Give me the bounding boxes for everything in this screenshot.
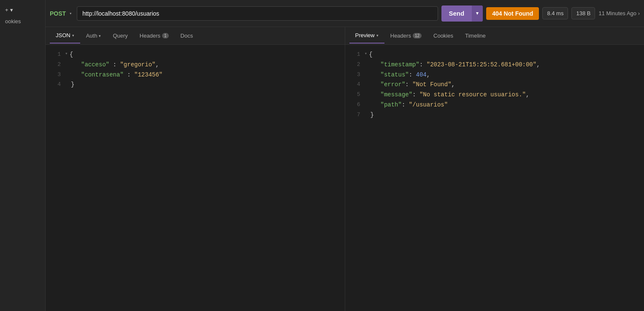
tab-badge: 1	[162, 33, 169, 38]
line-content: {	[70, 50, 341, 60]
json-bracket: }	[71, 81, 74, 88]
code-line: 5 "message": "No static resource usuario…	[349, 90, 641, 100]
response-time: 8.4 ms	[542, 7, 568, 19]
code-line: 6 "path": "/usuarios"	[349, 100, 641, 110]
line-number: 7	[349, 110, 360, 120]
tab-label-query: Query	[113, 33, 127, 39]
send-label: Send	[441, 5, 472, 22]
url-input[interactable]	[77, 6, 438, 21]
response-tabs: Preview▾Headers12CookiesTimeline	[345, 27, 644, 45]
indent	[371, 60, 381, 70]
json-key: "message"	[381, 91, 413, 98]
tab-badge: 12	[413, 33, 422, 38]
json-bracket: {	[70, 51, 73, 58]
line-number: 3	[49, 70, 61, 79]
json-string-value: "123456"	[134, 71, 162, 78]
line-content: "path": "/usuarios"	[371, 100, 641, 110]
send-button[interactable]: Send ▾	[441, 5, 483, 22]
line-number: 1	[349, 50, 360, 59]
response-size: 138 B	[571, 7, 595, 19]
tab-dropdown-arrow[interactable]: ▾	[376, 33, 379, 38]
tab-auth[interactable]: Auth▾	[80, 28, 107, 43]
indent	[71, 70, 81, 80]
code-line: 7}	[349, 110, 641, 120]
indent	[71, 60, 81, 70]
json-string-value: "No static resource usuarios."	[419, 91, 526, 98]
code-line: 2 "acceso" : "gregorio",	[49, 60, 341, 70]
request-tabs: JSON▾Auth▾QueryHeaders1Docs	[46, 27, 345, 45]
line-number: 5	[349, 90, 360, 99]
sidebar-cookies-label: ookies	[0, 16, 26, 27]
line-content: "acceso" : "gregorio",	[71, 60, 341, 70]
method-dropdown-arrow[interactable]: ▾	[69, 11, 72, 16]
json-colon: :	[412, 91, 419, 98]
json-key: "contrasena"	[81, 71, 124, 78]
indent	[371, 70, 381, 80]
tab-preview[interactable]: Preview▾	[349, 28, 384, 44]
collapse-arrow[interactable]: ▾	[365, 50, 368, 58]
json-key: "timestamp"	[381, 61, 419, 68]
line-content: "timestamp": "2023-08-21T15:25:52.681+00…	[371, 60, 641, 70]
tab-label-timeline: Timeline	[465, 33, 486, 39]
json-string-value: "2023-08-21T15:25:52.681+00:00"	[427, 61, 536, 68]
line-content: {	[369, 50, 641, 60]
line-content: "message": "No static resource usuarios.…	[371, 90, 641, 100]
tab-query[interactable]: Query	[107, 28, 133, 43]
tab-dropdown-arrow[interactable]: ▾	[99, 34, 101, 38]
code-line: 4 "error": "Not Found",	[349, 80, 641, 90]
json-key: "error"	[381, 81, 406, 88]
line-number: 1	[49, 50, 61, 59]
request-body[interactable]: 1▾{2 "acceso" : "gregorio",3 "contrasena…	[46, 45, 345, 311]
main-area: POST ▾ Send ▾ 404 Not Found 8.4 ms 138 B…	[46, 0, 644, 311]
tab-docs[interactable]: Docs	[175, 28, 199, 43]
line-content: "error": "Not Found",	[371, 80, 641, 90]
tab-headers[interactable]: Headers12	[384, 28, 428, 43]
json-bracket: {	[369, 51, 372, 58]
json-key: "path"	[381, 101, 402, 108]
tab-label-auth: Auth	[86, 33, 97, 39]
json-string-value: "Not Found"	[412, 81, 451, 88]
tab-label-cookies: Cookies	[433, 33, 453, 39]
line-content: }	[71, 80, 341, 90]
line-content: }	[371, 110, 641, 120]
line-content: "contrasena" : "123456"	[71, 70, 341, 80]
tab-label-docs: Docs	[181, 33, 193, 39]
json-key: "acceso"	[81, 61, 109, 68]
line-number: 6	[349, 100, 360, 109]
json-comma: ,	[155, 61, 159, 68]
json-colon: :	[124, 71, 134, 78]
request-panel: JSON▾Auth▾QueryHeaders1Docs 1▾{2 "acceso…	[46, 27, 345, 311]
indent	[371, 90, 381, 100]
line-number: 2	[349, 60, 360, 69]
line-number: 3	[349, 70, 360, 79]
code-line: 1▾{	[49, 50, 341, 60]
indent	[371, 100, 381, 110]
json-bracket: }	[371, 112, 374, 118]
code-line: 3 "contrasena" : "123456"	[49, 70, 341, 80]
code-line: 3 "status": 404,	[349, 70, 641, 80]
tab-json[interactable]: JSON▾	[50, 28, 80, 44]
json-comma: ,	[427, 71, 430, 78]
json-comma: ,	[526, 91, 529, 98]
indent	[371, 80, 381, 90]
json-comma: ,	[536, 61, 540, 68]
send-dropdown-arrow[interactable]: ▾	[472, 5, 483, 22]
tab-cookies[interactable]: Cookies	[428, 28, 459, 43]
json-comma: ,	[452, 81, 455, 88]
line-content: "status": 404,	[371, 70, 641, 80]
json-colon: :	[409, 71, 416, 78]
line-number: 2	[49, 60, 61, 69]
response-panel: Preview▾Headers12CookiesTimeline 1▾{2 "t…	[345, 27, 644, 311]
tab-headers[interactable]: Headers1	[134, 28, 175, 43]
tab-label-json: JSON	[56, 32, 70, 38]
tab-label-preview: Preview	[355, 32, 375, 38]
tab-dropdown-arrow[interactable]: ▾	[72, 33, 74, 38]
collapse-arrow[interactable]: ▾	[65, 50, 68, 58]
add-button[interactable]: + ▾	[0, 4, 18, 16]
status-badge: 404 Not Found	[486, 7, 539, 20]
response-body[interactable]: 1▾{2 "timestamp": "2023-08-21T15:25:52.6…	[345, 45, 644, 311]
http-method: POST	[50, 10, 66, 17]
json-colon: :	[402, 101, 409, 108]
tab-timeline[interactable]: Timeline	[459, 28, 492, 43]
sidebar: + ▾ ookies	[0, 0, 46, 311]
